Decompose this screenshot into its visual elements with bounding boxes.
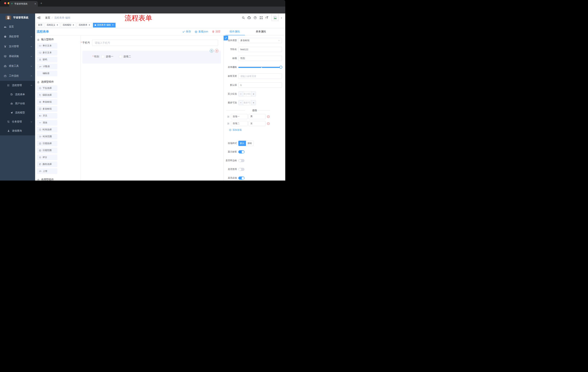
min-select-input[interactable] [243, 92, 251, 96]
sidebar-item-process-model[interactable]: 流程模型 [0, 108, 35, 117]
add-option-button[interactable]: 添加选项 [229, 128, 285, 132]
browser-tab[interactable]: 芋道管理系统 ✕ [9, 1, 38, 7]
style-default-button[interactable]: 默认 [238, 141, 246, 146]
tag-home[interactable]: 首页 [36, 23, 44, 28]
component-item-password[interactable]: 密码 [37, 57, 57, 63]
breadcrumb-home[interactable]: 首页 [45, 16, 50, 20]
component-item-single-text[interactable]: 单行文本 [37, 43, 57, 49]
option-value-input[interactable] [249, 121, 265, 126]
tag-process-model[interactable]: 流程模型✕ [61, 23, 76, 28]
field-name-input[interactable] [238, 47, 282, 52]
tag-process-form-edit[interactable]: 流程表单-编辑✕ [93, 23, 116, 28]
close-tag-icon[interactable]: ✕ [72, 24, 74, 26]
component-item-cascader[interactable]: 级联选择 [37, 92, 57, 98]
component-item-upload[interactable]: 上传 [37, 168, 57, 174]
phone-field-input[interactable] [92, 40, 218, 46]
drag-handle-icon[interactable] [227, 122, 230, 125]
checkbox-unchecked-icon[interactable] [101, 55, 104, 58]
component-item-time-picker[interactable]: 时间选择 [37, 127, 57, 132]
gender-option-2[interactable]: 选项二 [119, 55, 131, 58]
component-item-rate[interactable]: 评分 [37, 155, 57, 160]
save-button[interactable]: 保存 [182, 30, 191, 33]
component-type-select[interactable]: 多选框组 [238, 38, 282, 43]
default-value-input[interactable] [238, 83, 282, 88]
tab-form-props[interactable]: 表单属性 [251, 30, 271, 33]
tab-component-props[interactable]: 组件属性 [225, 30, 245, 33]
component-item-radio-group[interactable]: 单选框组 [37, 99, 57, 105]
component-item-counter[interactable]: 123计数器 [37, 64, 57, 69]
search-icon[interactable] [242, 16, 245, 19]
slider-stop-dot [261, 67, 262, 68]
component-item-color-picker[interactable]: 颜色选择 [37, 161, 57, 167]
new-tab-button[interactable]: + [40, 2, 43, 5]
component-item-switch[interactable]: 开关 [37, 113, 57, 119]
sidebar-item-process-mgmt[interactable]: 流程管理 [0, 81, 35, 90]
github-icon[interactable] [247, 16, 251, 20]
yen-icon [4, 45, 7, 48]
border-toggle[interactable] [238, 159, 244, 162]
decrease-button[interactable]: − [239, 92, 243, 96]
component-item-checkbox-group[interactable]: 多选框组 [37, 106, 57, 112]
clear-button[interactable]: 清空 [212, 30, 220, 33]
component-item-multi-text[interactable]: 多行文本 [37, 50, 57, 55]
disabled-toggle[interactable] [238, 168, 244, 171]
sidebar-item-leave-query[interactable]: 请假查询 [0, 126, 35, 135]
remove-option-button[interactable] [267, 122, 270, 125]
sidebar-item-process-form[interactable]: 流程表单 [0, 90, 35, 99]
sidebar-logo[interactable]: 芋道管理系统 [0, 13, 35, 22]
checkbox-unchecked-icon[interactable] [119, 55, 122, 58]
sidebar-item-task-mgmt[interactable]: 任务管理 [0, 117, 35, 126]
option-label-input[interactable] [231, 121, 248, 126]
close-tag-icon[interactable]: ✕ [56, 24, 58, 26]
collapse-sidebar-icon[interactable] [37, 16, 41, 19]
sidebar-item-payment[interactable]: 支付管理 [0, 42, 35, 51]
avatar-caret-icon[interactable] [281, 17, 282, 19]
form-grid-slider[interactable] [238, 65, 282, 70]
view-json-button[interactable]: 查看json [195, 30, 208, 33]
component-item-select[interactable]: 下拉选择 [37, 85, 57, 91]
copy-component-button[interactable] [210, 49, 213, 53]
increase-button[interactable]: + [251, 100, 256, 105]
sidebar-item-devtools[interactable]: 研发工具 [0, 61, 35, 71]
drag-handle-icon[interactable] [227, 115, 230, 118]
sidebar-item-system[interactable]: 系统管理 [0, 32, 35, 42]
close-tag-icon[interactable]: ✕ [112, 24, 114, 26]
close-tag-icon[interactable]: ✕ [88, 24, 90, 26]
component-item-date-picker[interactable]: 日期选择 [37, 141, 57, 146]
delete-component-button[interactable] [215, 49, 219, 53]
tag-process-definition[interactable]: 流程定义✕ [45, 23, 60, 28]
close-window-button[interactable] [4, 2, 6, 4]
slider-handle[interactable] [279, 66, 282, 69]
font-size-icon[interactable]: TT [265, 16, 268, 20]
label-width-input[interactable] [238, 74, 282, 79]
remove-option-button[interactable] [267, 115, 270, 118]
sidebar-item-home[interactable]: 首页 [0, 22, 35, 32]
close-tab-icon[interactable]: ✕ [34, 2, 36, 5]
required-toggle[interactable] [238, 177, 244, 180]
decrease-button[interactable]: − [239, 100, 243, 105]
link-toggle-tab[interactable] [224, 36, 228, 40]
gender-option-1[interactable]: 选项一 [101, 55, 113, 58]
component-item-editor[interactable]: 编辑器 [37, 71, 57, 76]
avatar[interactable] [272, 14, 278, 21]
component-item-slider[interactable]: 滑块 [37, 120, 57, 126]
sidebar-item-workflow[interactable]: 工作流程 [0, 71, 35, 81]
component-item-date-range[interactable]: 日期范围 [37, 148, 57, 153]
increase-button[interactable]: + [251, 92, 256, 96]
component-item-time-range[interactable]: 时间范围 [37, 134, 57, 139]
sidebar-item-infra[interactable]: 基础设施 [0, 51, 35, 61]
sidebar-item-user-group[interactable]: 用户分组 [0, 99, 35, 108]
slider-track[interactable] [238, 67, 282, 68]
show-label-toggle[interactable] [238, 150, 244, 153]
gender-field-selected-block[interactable]: 性别 选项一 选项二 [83, 51, 221, 64]
option-value-input[interactable] [249, 114, 265, 119]
title-input[interactable] [238, 56, 282, 61]
fullscreen-icon[interactable] [260, 16, 263, 19]
form-canvas[interactable]: 手机号 性别 选项一 选项二 [81, 35, 224, 181]
option-label-input[interactable] [231, 114, 248, 119]
tag-process-form[interactable]: 流程表单✕ [77, 23, 92, 28]
max-select-input[interactable] [243, 100, 251, 105]
help-icon[interactable] [254, 16, 257, 19]
style-button-button[interactable]: 按钮 [246, 141, 254, 146]
phone-field-row[interactable]: 手机号 [81, 40, 224, 46]
